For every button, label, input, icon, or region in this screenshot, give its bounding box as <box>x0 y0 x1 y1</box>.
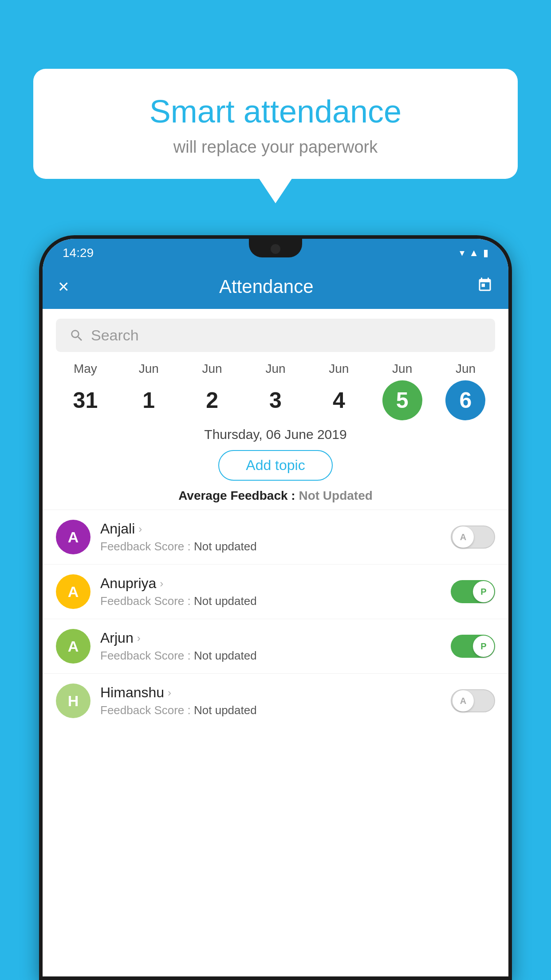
calendar-day[interactable]: Jun 5 <box>376 362 429 420</box>
cal-date-num: 2 <box>192 380 232 420</box>
app-bar-title: Attendance <box>56 276 477 297</box>
student-name[interactable]: Anupriya › <box>100 575 451 592</box>
avg-feedback-label: Average Feedback : <box>178 489 295 502</box>
phone-screen: 14:29 ▾ ▲ ▮ × Attendance Search <box>43 239 508 976</box>
search-placeholder: Search <box>91 327 139 344</box>
attendance-toggle-wrapper[interactable]: A <box>451 689 495 712</box>
cal-date-num: 31 <box>65 380 105 420</box>
wifi-icon: ▾ <box>460 247 464 259</box>
attendance-toggle[interactable]: A <box>451 689 495 712</box>
student-score: Feedback Score : Not updated <box>100 540 451 553</box>
app-bar: × Attendance <box>43 265 508 309</box>
attendance-toggle-wrapper[interactable]: P <box>451 580 495 603</box>
avg-feedback: Average Feedback : Not Updated <box>43 489 508 503</box>
list-item: A Arjun › Feedback Score : Not updated P <box>43 619 508 673</box>
avatar: A <box>56 574 91 609</box>
attendance-toggle-wrapper[interactable]: A <box>451 526 495 549</box>
avg-feedback-value: Not Updated <box>299 489 372 502</box>
phone-notch <box>249 239 302 257</box>
cal-month: May <box>74 362 97 376</box>
avatar: H <box>56 684 91 718</box>
status-time: 14:29 <box>63 246 94 260</box>
cal-date-num: 1 <box>129 380 169 420</box>
status-icons: ▾ ▲ ▮ <box>460 247 488 259</box>
student-info: Anupriya › Feedback Score : Not updated <box>100 575 451 608</box>
bubble-subtitle: will replace your paperwork <box>60 138 491 157</box>
toggle-knob: A <box>453 526 474 548</box>
cal-month: Jun <box>202 362 222 376</box>
camera <box>271 244 280 254</box>
cal-month: Jun <box>139 362 159 376</box>
student-score: Feedback Score : Not updated <box>100 649 451 663</box>
cal-date-num: 4 <box>319 380 359 420</box>
calendar-day[interactable]: Jun 2 <box>185 362 239 420</box>
chevron-icon: › <box>160 577 163 590</box>
list-item: A Anupriya › Feedback Score : Not update… <box>43 564 508 619</box>
chevron-icon: › <box>137 632 141 644</box>
search-bar[interactable]: Search <box>56 319 495 352</box>
student-score: Feedback Score : Not updated <box>100 703 451 717</box>
list-item: A Anjali › Feedback Score : Not updated … <box>43 510 508 564</box>
calendar-day[interactable]: Jun 6 <box>439 362 492 420</box>
toggle-knob: P <box>473 636 494 657</box>
toggle-knob: A <box>453 690 474 711</box>
attendance-toggle-wrapper[interactable]: P <box>451 635 495 658</box>
attendance-toggle[interactable]: A <box>451 526 495 549</box>
calendar-strip: May 31 Jun 1 Jun 2 Jun 3 Jun 4 Jun 5 Jun… <box>43 362 508 420</box>
battery-icon: ▮ <box>483 247 488 259</box>
student-name[interactable]: Himanshu › <box>100 684 451 701</box>
cal-month: Jun <box>456 362 476 376</box>
avatar: A <box>56 520 91 554</box>
cal-month: Jun <box>392 362 412 376</box>
list-item: H Himanshu › Feedback Score : Not update… <box>43 673 508 728</box>
bubble-title: Smart attendance <box>60 93 491 130</box>
selected-date-label: Thursday, 06 June 2019 <box>43 427 508 442</box>
student-info: Arjun › Feedback Score : Not updated <box>100 630 451 663</box>
calendar-day[interactable]: Jun 3 <box>249 362 302 420</box>
chevron-icon: › <box>168 687 171 699</box>
attendance-toggle[interactable]: P <box>451 635 495 658</box>
calendar-icon[interactable] <box>477 277 493 297</box>
phone-frame: 14:29 ▾ ▲ ▮ × Attendance Search <box>39 235 512 980</box>
speech-bubble: Smart attendance will replace your paper… <box>33 69 518 179</box>
signal-icon: ▲ <box>469 247 479 259</box>
add-topic-button[interactable]: Add topic <box>218 450 332 481</box>
search-icon <box>69 328 84 343</box>
calendar-day[interactable]: Jun 1 <box>122 362 175 420</box>
student-name[interactable]: Arjun › <box>100 630 451 646</box>
cal-month: Jun <box>265 362 285 376</box>
attendance-toggle[interactable]: P <box>451 580 495 603</box>
student-info: Anjali › Feedback Score : Not updated <box>100 521 451 553</box>
cal-date-num: 6 <box>445 380 485 420</box>
avatar: A <box>56 629 91 664</box>
cal-date-num: 5 <box>382 380 422 420</box>
calendar-day[interactable]: Jun 4 <box>312 362 366 420</box>
calendar-day[interactable]: May 31 <box>59 362 112 420</box>
student-name[interactable]: Anjali › <box>100 521 451 537</box>
cal-month: Jun <box>329 362 349 376</box>
cal-date-num: 3 <box>256 380 295 420</box>
student-score: Feedback Score : Not updated <box>100 594 451 608</box>
student-info: Himanshu › Feedback Score : Not updated <box>100 684 451 717</box>
toggle-knob: P <box>473 581 494 602</box>
student-list: A Anjali › Feedback Score : Not updated … <box>43 510 508 728</box>
chevron-icon: › <box>138 523 142 535</box>
